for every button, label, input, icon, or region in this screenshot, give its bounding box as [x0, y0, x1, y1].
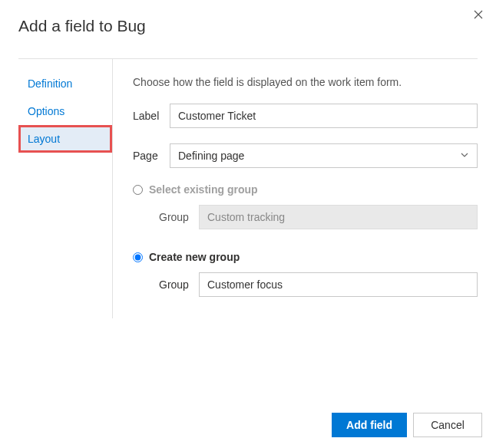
label-input[interactable] — [170, 104, 478, 128]
new-group-radio-row: Create new group — [133, 251, 478, 263]
existing-group-radio-label: Select existing group — [149, 183, 258, 196]
page-caption: Page — [133, 150, 170, 162]
label-row: Label — [133, 104, 478, 128]
existing-group-radio[interactable] — [133, 185, 143, 195]
layout-pane: Choose how the field is displayed on the… — [113, 59, 478, 318]
cancel-button[interactable]: Cancel — [413, 413, 482, 437]
chevron-down-icon — [460, 150, 469, 162]
existing-group-input — [199, 205, 478, 229]
label-caption: Label — [133, 110, 170, 122]
page-row: Page Defining page — [133, 143, 478, 168]
new-group-input[interactable] — [199, 272, 478, 297]
dialog-body: Definition Options Layout Choose how the… — [18, 58, 478, 318]
dialog-footer: Add field Cancel — [332, 413, 482, 437]
existing-group-radio-row: Select existing group — [133, 183, 478, 196]
tab-list: Definition Options Layout — [18, 59, 113, 318]
dialog-title: Add a field to Bug — [0, 0, 496, 58]
tab-layout[interactable]: Layout — [18, 125, 112, 153]
new-group-radio-label: Create new group — [149, 251, 240, 263]
tab-definition[interactable]: Definition — [18, 70, 112, 97]
existing-group-row: Group — [159, 205, 478, 229]
new-group-caption: Group — [159, 278, 199, 291]
close-button[interactable] — [471, 8, 485, 21]
close-icon — [474, 10, 483, 19]
helper-text: Choose how the field is displayed on the… — [133, 76, 478, 88]
add-field-button[interactable]: Add field — [332, 413, 407, 437]
new-group-row: Group — [159, 272, 478, 297]
page-select-value: Defining page — [178, 150, 244, 162]
tab-options[interactable]: Options — [18, 97, 112, 125]
add-field-dialog: Add a field to Bug Definition Options La… — [0, 0, 496, 448]
existing-group-caption: Group — [159, 211, 199, 223]
page-select[interactable]: Defining page — [170, 143, 478, 168]
new-group-radio[interactable] — [133, 252, 143, 262]
